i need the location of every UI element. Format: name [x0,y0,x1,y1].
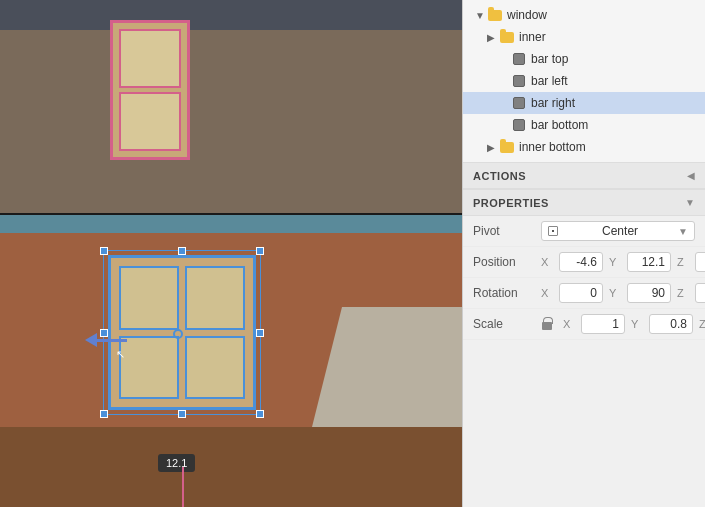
rotation-label: Rotation [473,286,541,300]
rotation-y-axis: Y [609,287,621,299]
window-sel-pane-br [185,336,245,400]
pivot-dropdown-arrow: ▼ [678,226,688,237]
pivot-select[interactable]: Center ▼ [541,221,695,241]
actions-title: ACTIONS [473,170,526,182]
pivot-dot-icon [548,226,558,236]
tree-label-bar-top: bar top [531,52,568,66]
tree-label-bar-right: bar right [531,96,575,110]
scale-z-axis: Z [699,318,705,330]
position-z-axis: Z [677,256,689,268]
scale-values: X Y Z [541,314,705,334]
rotation-x-axis: X [541,287,553,299]
wall-top-strip [0,215,462,233]
hierarchy-section: ▼ window ▶ inner ▶ bar top ▶ [463,0,705,163]
tree-item-inner-bottom[interactable]: ▶ inner bottom [463,136,705,158]
ground-area [0,427,462,507]
tree-arrow-inner: ▶ [487,32,499,43]
position-y-axis: Y [609,256,621,268]
scale-x-input[interactable] [581,314,625,334]
actions-header: ACTIONS ◀ [463,163,705,189]
scale-x-axis: X [563,318,575,330]
tree-item-window[interactable]: ▼ window [463,4,705,26]
arrow-shaft [97,339,127,342]
window-sel-pane-tl [119,266,179,330]
properties-collapse-icon[interactable]: ▼ [685,197,695,208]
pivot-label: Pivot [473,224,541,238]
folder-icon-window [487,8,503,22]
position-label: Position [473,255,541,269]
tree-label-bar-bottom: bar bottom [531,118,588,132]
tree-label-inner-bottom: inner bottom [519,140,586,154]
rotation-z-input[interactable] [695,283,705,303]
rotation-x-input[interactable] [559,283,603,303]
scale-y-axis: Y [631,318,643,330]
position-x-input[interactable] [559,252,603,272]
position-y-input[interactable] [627,252,671,272]
transform-arrow-left [85,333,127,347]
tree-item-inner[interactable]: ▶ inner [463,26,705,48]
folder-icon-inner [499,30,515,44]
transform-line-vertical [182,467,184,507]
scale-y-input[interactable] [649,314,693,334]
transform-center-dot [173,329,183,339]
window-pane-top [119,29,181,88]
tree-label-window: window [507,8,547,22]
pivot-row: Pivot Center ▼ [463,216,705,247]
rotation-y-input[interactable] [627,283,671,303]
mesh-icon-bar-top [511,52,527,66]
roof-surface [0,30,462,215]
position-x-axis: X [541,256,553,268]
rotation-z-axis: Z [677,287,689,299]
scale-lock-icon[interactable] [541,317,553,331]
actions-section: ACTIONS ◀ [463,163,705,190]
position-row: Position X Y Z [463,247,705,278]
arrow-head-left [85,333,97,347]
rotation-values: X Y Z [541,283,705,303]
position-values: X Y Z [541,252,705,272]
window-sel-pane-bl [119,336,179,400]
scale-label: Scale [473,317,541,331]
tree-label-inner: inner [519,30,546,44]
transform-value-tooltip: 12.1 [158,454,195,472]
properties-header: PROPERTIES ▼ [463,190,705,216]
tree-item-bar-bottom[interactable]: ▶ bar bottom [463,114,705,136]
pivot-values: Center ▼ [541,221,695,241]
window-frame-outer [110,20,190,160]
right-panel: ▼ window ▶ inner ▶ bar top ▶ [462,0,705,507]
scene-top [0,0,462,215]
folder-icon-inner-bottom [499,140,515,154]
rotation-row: Rotation X Y Z [463,278,705,309]
cursor: ↖ [116,348,125,361]
tree-item-bar-top[interactable]: ▶ bar top [463,48,705,70]
scale-row: Scale X Y Z [463,309,705,340]
viewport[interactable]: ↖ 12.1 [0,0,462,507]
pivot-value-text: Center [602,224,638,238]
properties-title: PROPERTIES [473,197,549,209]
mesh-icon-bar-right [511,96,527,110]
window-pane-bottom [119,92,181,151]
window-sel-pane-tr [185,266,245,330]
properties-section: PROPERTIES ▼ Pivot [463,190,705,507]
tree-item-bar-right[interactable]: ▶ bar right [463,92,705,114]
window-object-top [110,20,190,160]
mesh-icon-bar-left [511,74,527,88]
tree-label-bar-left: bar left [531,74,568,88]
actions-collapse-icon[interactable]: ◀ [687,170,695,181]
scene-bottom: ↖ 12.1 [0,215,462,507]
position-z-input[interactable] [695,252,705,272]
tree-arrow-inner-bottom: ▶ [487,142,499,153]
mesh-icon-bar-bottom [511,118,527,132]
tree-item-bar-left[interactable]: ▶ bar left [463,70,705,92]
tree-arrow-window: ▼ [475,10,487,21]
